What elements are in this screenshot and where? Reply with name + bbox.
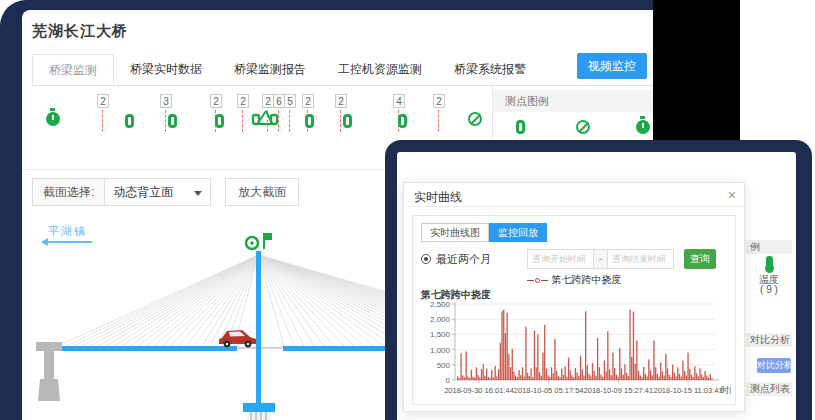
link-sensor-icon[interactable] [168,114,177,128]
tab-2[interactable]: 桥梁监测报告 [218,54,322,85]
link-sensor-icon[interactable] [343,114,352,128]
sidebar-legend-header: 例 [746,240,792,254]
svg-text:1,500: 1,500 [430,330,451,339]
section-controls: 截面选择: 动态背立面 放大截面 [32,178,299,206]
tab-0[interactable]: 桥梁监测 [32,54,114,85]
ban-sensor-icon[interactable] [468,112,482,126]
last-two-months-radio[interactable] [421,254,431,264]
sensor-count-badge: 2 [97,94,109,108]
zoom-section-button[interactable]: 放大截面 [225,178,299,206]
modal-title: 实时曲线 [414,189,462,206]
close-icon[interactable]: × [728,187,736,203]
legend-panel-header: 测点图例 [493,90,653,112]
tower-piles [247,412,271,420]
main-tab-bar: 桥梁监测桥梁实时数据桥梁监测报告工控机资源监测桥梁系统报警视频监控 [32,55,653,86]
query-row: 最近两个月 - 查询 [421,249,727,269]
legend-marker-icon [527,280,534,281]
bridge-tower [256,251,261,407]
modal-tab-row: 实时曲线图 监控回放 [421,223,727,242]
chart-legend[interactable]: 第七跨跨中挠度 [421,274,727,286]
deflection-chart: 05001,0001,5002,0002,5002018-09-30 16:01… [421,300,731,404]
tab-3[interactable]: 工控机资源监测 [322,54,438,85]
sensor-count-badge: 2 [237,94,249,108]
sensor-dash-line [438,110,439,132]
video-monitor-button[interactable]: 视频监控 [577,53,647,79]
section-select-label: 截面选择: [32,178,105,206]
last-two-months-label: 最近两个月 [436,252,491,267]
svg-text:2,500: 2,500 [430,300,451,309]
link-sensor-icon[interactable] [215,114,224,128]
car [219,330,256,347]
svg-text:时间: 时间 [721,385,731,395]
sensor-count-badge: 2 [210,94,222,108]
svg-text:2018-10-15 11:03:41: 2018-10-15 11:03:41 [654,386,723,395]
sensor-count-badge: 2 [335,94,347,108]
tab-1[interactable]: 桥梁实时数据 [114,54,218,85]
svg-text:2018-10-05 05:17:54: 2018-10-05 05:17:54 [514,386,584,395]
query-end-time-input[interactable] [607,249,674,269]
date-range-separator: - [594,249,607,269]
sensor-count-badge: 4 [393,94,405,108]
link-sensor-icon[interactable] [398,114,407,128]
left-abutment [36,342,62,401]
svg-text:0: 0 [446,376,451,385]
ban-sensor-icon[interactable] [576,120,590,134]
secondary-window-frame: 例 温度 ( 9 ) 对比分析 对比分析 测点列表 实时曲线 × 实时曲线图 监… [385,140,812,420]
sensor-count-badge: 3 [160,94,172,108]
link-sensor-icon[interactable] [125,114,134,128]
modal-header: 实时曲线 × [404,183,744,207]
sensor-count-badge: 5 [284,94,296,108]
sensor-dash-line [102,110,103,132]
svg-text:1,000: 1,000 [430,346,451,355]
section-select-dropdown[interactable]: 动态背立面 [105,178,211,206]
page-title: 芜湖长江大桥 [32,22,128,41]
sensor-count-badge: 2 [302,94,314,108]
svg-text:2,000: 2,000 [430,315,451,324]
compare-analysis-button[interactable]: 对比分析 [757,358,791,373]
gps-sensor-icon[interactable] [264,233,272,240]
legend-series-label: 第七跨跨中挠度 [552,273,622,287]
sensor-dash-line [340,110,341,132]
sensor-dash-line [242,110,243,132]
tower-foundation-cap [243,403,275,412]
sensor-dash-line [165,110,166,132]
bridge-deck-left [55,346,237,351]
bridge-sensor-icon[interactable] [250,108,280,132]
realtime-curve-modal: 实时曲线 × 实时曲线图 监控回放 最近两个月 - 查询 [403,182,745,412]
clock-sensor-icon[interactable] [636,120,650,134]
sidebar-list-header: 测点列表 [746,382,792,396]
svg-text:2018-10-09 15:27:41: 2018-10-09 15:27:41 [584,386,654,395]
desktop-black-region [650,0,740,146]
query-start-time-input[interactable] [527,249,594,269]
clock-sensor-icon[interactable] [46,112,60,126]
svg-text:500: 500 [437,361,451,370]
chart-title: 第七跨跨中挠度 [421,288,727,300]
link-sensor-icon[interactable] [516,120,525,134]
temperature-count: ( 9 ) [746,284,792,295]
svg-text:2018-09-30 16:01:44: 2018-09-30 16:01:44 [444,386,514,395]
sensor-dash-line [289,110,290,132]
link-sensor-icon[interactable] [305,114,314,128]
tab-4[interactable]: 桥梁系统报警 [438,54,542,85]
tab-monitor-playback[interactable]: 监控回放 [489,223,547,242]
temperature-icon[interactable] [766,256,773,268]
sensor-count-badge: 2 [433,94,445,108]
modal-body: 实时曲线图 监控回放 最近两个月 - 查询 第七跨跨中挠度 第 [412,215,736,405]
dropdown-caret-icon [194,191,202,196]
tab-realtime-curve[interactable]: 实时曲线图 [421,223,489,242]
section-select-value: 动态背立面 [113,185,173,199]
query-button[interactable]: 查询 [684,249,716,269]
secondary-window-content: 例 温度 ( 9 ) 对比分析 对比分析 测点列表 实时曲线 × 实时曲线图 监… [397,152,796,420]
sidebar-compare-header: 对比分析 [746,333,792,347]
